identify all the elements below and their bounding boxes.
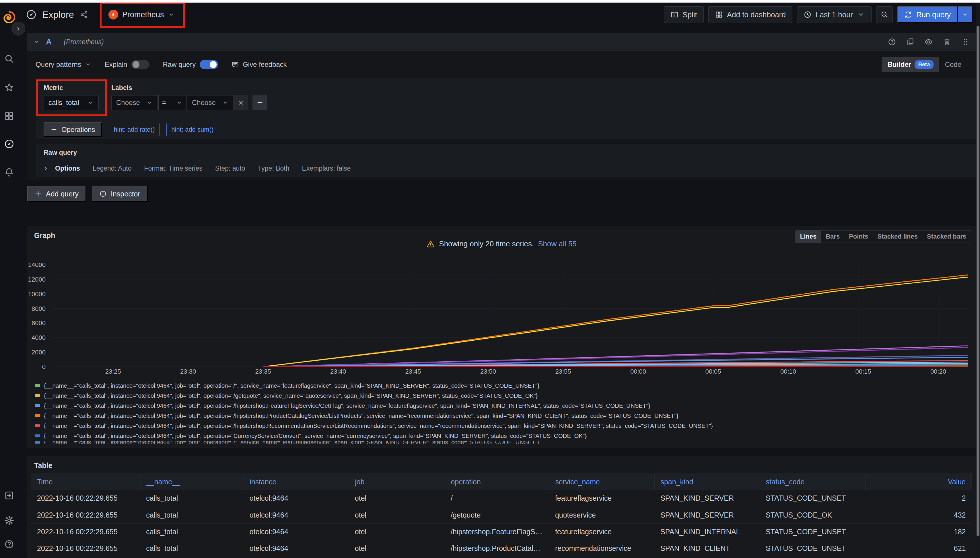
beta-badge: Beta: [914, 60, 933, 69]
table-row[interactable]: 2022-10-16 00:22:29.655calls_totalotelco…: [31, 523, 972, 540]
run-query-button[interactable]: Run query: [898, 6, 958, 23]
option-format: Format: Time series: [144, 164, 202, 172]
add-to-dashboard-button[interactable]: Add to dashboard: [708, 6, 793, 23]
chart-legend: {__name__="calls_total", instance="otelc…: [35, 381, 970, 443]
column-header-value[interactable]: Value: [865, 473, 972, 490]
builder-label: Builder: [888, 61, 911, 69]
labels-label: Labels: [111, 84, 267, 92]
time-range-picker[interactable]: Last 1 hour: [797, 6, 871, 23]
toggle-visibility-eye-icon[interactable]: [924, 38, 933, 46]
query-row-header[interactable]: A (Prometheus): [27, 33, 976, 51]
add-operations-button[interactable]: Operations: [44, 122, 102, 137]
legend-item[interactable]: {__name__="calls_total", instance="otelc…: [35, 431, 970, 441]
drag-handle-icon[interactable]: [961, 38, 970, 46]
remove-label-filter-button[interactable]: [234, 95, 248, 110]
legend-item[interactable]: {__name__="calls_total", instance="otelc…: [35, 421, 970, 431]
metric-select[interactable]: calls_total: [44, 95, 99, 110]
legend-item-clipped[interactable]: {__name__="calls_total", instance="otelc…: [35, 441, 970, 443]
table-row[interactable]: 2022-10-16 00:22:29.655calls_totalotelco…: [31, 540, 972, 556]
run-query-interval-dropdown[interactable]: [958, 6, 973, 23]
add-query-button[interactable]: Add query: [27, 186, 86, 202]
query-patterns-dropdown[interactable]: Query patterns: [36, 61, 92, 69]
legend-swatch: [35, 435, 40, 437]
sidebar-settings-gear-icon[interactable]: [3, 515, 15, 526]
grafana-logo[interactable]: [3, 11, 15, 23]
info-icon: [99, 190, 107, 198]
sidebar-explore-icon[interactable]: [3, 138, 15, 150]
table-cell: otelcol:9464: [244, 490, 349, 507]
table-row[interactable]: 2022-10-16 00:22:29.655calls_totalotelco…: [31, 490, 972, 507]
table-cell: 621: [865, 556, 972, 558]
sidebar-signin-icon[interactable]: [3, 490, 15, 501]
label-operator-value: =: [162, 98, 166, 107]
chart-plot-area[interactable]: [53, 265, 968, 367]
page-scrollbar[interactable]: [976, 3, 980, 558]
builder-mode-tab[interactable]: Builder Beta: [882, 57, 939, 72]
split-button[interactable]: Split: [664, 6, 704, 23]
table-panel-title: Table: [34, 461, 52, 470]
hint-add-sum-button[interactable]: hint: add sum(): [166, 123, 218, 136]
query-help-icon[interactable]: [888, 38, 896, 46]
label-name-placeholder: Choose: [116, 98, 140, 107]
add-label-filter-button[interactable]: [252, 95, 267, 110]
scrollbar-thumb[interactable]: [977, 26, 980, 536]
operations-label: Operations: [61, 126, 95, 134]
table-row[interactable]: 2022-10-16 00:22:29.655calls_totalotelco…: [31, 556, 972, 558]
label-value-select[interactable]: Choose: [187, 95, 233, 110]
x-axis-tick: 00:15: [855, 368, 871, 375]
sidebar-search-icon[interactable]: [3, 53, 15, 64]
time-range-label: Last 1 hour: [816, 10, 853, 19]
column-header-status-code[interactable]: status_code: [760, 473, 865, 490]
query-options-row[interactable]: Options Legend: Auto Format: Time series…: [36, 160, 976, 177]
legend-swatch: [35, 424, 40, 427]
explore-actions-row: Add query Inspector: [27, 186, 148, 202]
label-operator-select[interactable]: =: [158, 95, 186, 110]
column-header-operation[interactable]: operation: [445, 473, 549, 490]
sidebar-expand-button[interactable]: [12, 22, 25, 36]
column-header-service-name[interactable]: service_name: [549, 473, 654, 490]
table-cell: otel: [349, 540, 445, 556]
zoom-out-time-button[interactable]: [876, 6, 893, 23]
collapse-chevron-icon[interactable]: [33, 39, 39, 45]
expand-chevron-icon[interactable]: [43, 166, 49, 171]
option-legend: Legend: Auto: [93, 164, 132, 172]
show-all-series-link[interactable]: Show all 55: [538, 240, 576, 248]
legend-item[interactable]: {__name__="calls_total", instance="otelc…: [35, 381, 970, 391]
editor-mode-switch: Builder Beta Code: [881, 57, 967, 72]
give-feedback-link[interactable]: Give feedback: [231, 61, 286, 69]
datasource-picker[interactable]: Prometheus: [105, 7, 178, 23]
legend-item[interactable]: {__name__="calls_total", instance="otelc…: [35, 391, 970, 400]
delete-query-trash-icon[interactable]: [943, 38, 951, 46]
chevron-down-icon: [962, 11, 968, 18]
hint-add-rate-button[interactable]: hint: add rate(): [109, 123, 159, 136]
table-cell: STATUS_CODE_UNSET: [760, 523, 865, 540]
column-header--name-[interactable]: __name__: [140, 473, 244, 490]
column-header-instance[interactable]: instance: [244, 473, 349, 490]
column-header-time[interactable]: Time: [31, 473, 140, 490]
legend-item[interactable]: {__name__="calls_total", instance="otelc…: [35, 410, 970, 421]
duplicate-query-icon[interactable]: [906, 38, 914, 46]
sidebar-help-icon[interactable]: [3, 538, 15, 550]
grafana-explore-screen: { "nav": { "explore_label": "Explore", "…: [0, 0, 980, 558]
label-name-select[interactable]: Choose: [111, 95, 158, 110]
inspector-button[interactable]: Inspector: [92, 186, 148, 202]
legend-item[interactable]: {__name__="calls_total", instance="otelc…: [35, 400, 970, 410]
raw-query-toggle[interactable]: [200, 60, 218, 69]
sidebar-dashboards-icon[interactable]: [3, 110, 15, 122]
explain-toggle[interactable]: [131, 60, 150, 69]
clock-icon: [804, 11, 812, 19]
window-top-strip: [0, 0, 980, 3]
table-cell: calls_total: [140, 490, 244, 507]
sidebar-starred-icon[interactable]: [3, 82, 15, 93]
table-row[interactable]: 2022-10-16 00:22:29.655calls_totalotelco…: [31, 507, 972, 523]
metric-block: Metric calls_total: [44, 84, 99, 110]
x-axis-tick: 00:05: [705, 368, 721, 375]
code-mode-tab[interactable]: Code: [939, 57, 967, 72]
share-icon[interactable]: [80, 10, 88, 19]
column-header-span-kind[interactable]: span_kind: [654, 473, 760, 490]
sidebar-alerting-icon[interactable]: [3, 166, 15, 178]
table-cell: /: [445, 490, 549, 507]
column-header-job[interactable]: job: [349, 473, 445, 490]
legend-label: {__name__="calls_total", instance="otelc…: [44, 441, 539, 443]
table-cell: 2022-10-16 00:22:29.655: [31, 556, 140, 558]
